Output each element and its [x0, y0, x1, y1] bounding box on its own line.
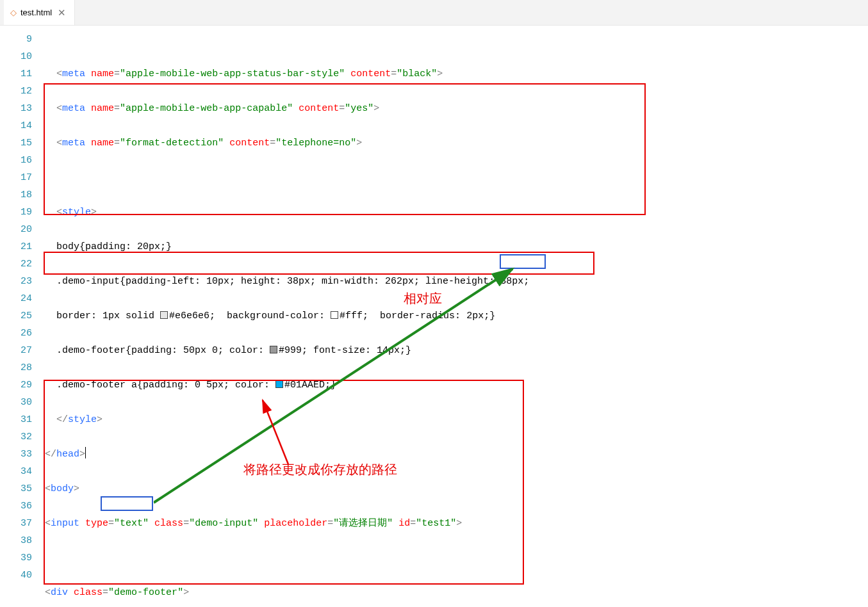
highlight-box-elem-val: [101, 496, 153, 511]
close-icon[interactable]: ✕: [56, 7, 68, 19]
annotation-corresponding: 相对应: [404, 290, 442, 307]
line-number-gutter: 9101112131415161718192021222324252627282…: [0, 26, 45, 607]
code-editor[interactable]: 9101112131415161718192021222324252627282…: [0, 26, 868, 607]
file-tab[interactable]: ◇ test.html ✕: [4, 0, 75, 25]
tab-filename: test.html: [20, 8, 52, 17]
code-area[interactable]: <meta name="apple-mobile-web-app-status-…: [45, 26, 868, 607]
annotation-change-path: 将路径更改成你存放的路径: [243, 461, 397, 478]
tab-bar: ◇ test.html ✕: [0, 0, 868, 26]
html-file-icon: ◇: [10, 8, 17, 17]
highlight-box-id-attr: [500, 254, 546, 269]
